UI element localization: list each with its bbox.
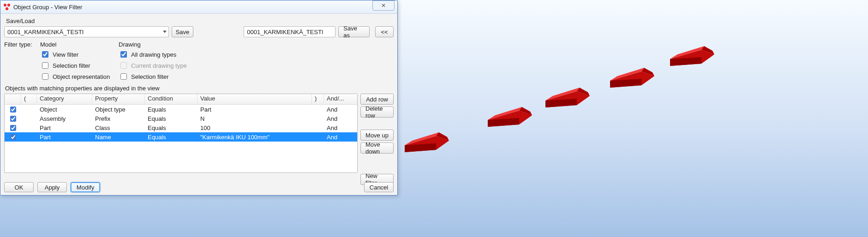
app-icon bbox=[3, 3, 11, 11]
move-down-button[interactable]: Move down bbox=[360, 142, 394, 154]
col-paren-open[interactable]: ( bbox=[21, 94, 37, 104]
titlebar[interactable]: Object Group - View Filter ✕ bbox=[0, 0, 397, 14]
cell-category[interactable]: Object bbox=[37, 106, 92, 113]
view-filter-checkbox[interactable]: View filter bbox=[40, 50, 119, 59]
row-enable-checkbox[interactable] bbox=[10, 134, 16, 140]
model-header: Model bbox=[40, 41, 119, 48]
cell-condition[interactable]: Equals bbox=[145, 115, 198, 122]
model-part-4 bbox=[609, 62, 655, 90]
cell-condition[interactable]: Equals bbox=[145, 124, 198, 131]
close-icon: ✕ bbox=[381, 2, 386, 9]
add-row-button[interactable]: Add row bbox=[360, 94, 394, 105]
ok-button[interactable]: OK bbox=[4, 182, 34, 192]
save-as-button[interactable]: Save as bbox=[338, 26, 370, 37]
chevron-down-icon bbox=[163, 31, 167, 33]
cell-andor[interactable]: And bbox=[324, 106, 353, 113]
col-condition[interactable]: Condition bbox=[145, 94, 198, 104]
cell-condition[interactable]: Equals bbox=[145, 106, 198, 113]
all-drawing-types-checkbox[interactable]: All drawing types bbox=[119, 50, 211, 59]
view-filter-dialog: Object Group - View Filter ✕ Save/Load 0… bbox=[0, 0, 398, 196]
cell-property[interactable]: Class bbox=[92, 124, 145, 131]
window-close-button[interactable]: ✕ bbox=[372, 0, 395, 11]
selection-filter-drawing-check[interactable] bbox=[120, 73, 127, 80]
filter-rules-table[interactable]: ( Category Property Condition Value ) An… bbox=[4, 94, 358, 173]
cell-value[interactable]: Part bbox=[198, 106, 312, 113]
col-category[interactable]: Category bbox=[37, 94, 92, 104]
cell-category[interactable]: Assembly bbox=[37, 115, 92, 122]
objects-label: Objects with matching properties are dis… bbox=[5, 85, 394, 92]
modify-button[interactable]: Modify bbox=[71, 182, 100, 192]
object-representation-checkbox[interactable]: Object representation bbox=[40, 72, 119, 81]
current-drawing-type-check bbox=[120, 62, 127, 69]
model-part-2 bbox=[487, 101, 533, 129]
current-drawing-type-checkbox: Current drawing type bbox=[119, 61, 211, 70]
filter-type-label: Filter type: bbox=[4, 41, 40, 48]
object-representation-check[interactable] bbox=[42, 73, 48, 80]
table-row[interactable]: AssemblyPrefixEqualsNAnd bbox=[5, 114, 357, 123]
collapse-button[interactable]: << bbox=[375, 26, 394, 37]
cell-condition[interactable]: Equals bbox=[145, 134, 198, 141]
apply-button[interactable]: Apply bbox=[37, 182, 67, 192]
move-up-button[interactable]: Move up bbox=[360, 130, 394, 141]
col-value[interactable]: Value bbox=[198, 94, 312, 104]
table-row[interactable]: PartNameEquals"Karmikenkä IKU 100mm"And bbox=[5, 132, 357, 142]
delete-row-button[interactable]: Delete row bbox=[360, 107, 394, 118]
cell-value[interactable]: 100 bbox=[198, 124, 312, 131]
model-part-3 bbox=[545, 82, 591, 110]
cell-value[interactable]: N bbox=[198, 115, 312, 122]
saveas-name-value: 0001_KARMIKENKÄ_TESTI bbox=[247, 29, 323, 36]
cell-property[interactable]: Object type bbox=[92, 106, 145, 113]
row-enable-checkbox[interactable] bbox=[10, 116, 16, 122]
drawing-header: Drawing bbox=[119, 41, 211, 48]
table-row[interactable]: ObjectObject typeEqualsPartAnd bbox=[5, 105, 357, 114]
table-header: ( Category Property Condition Value ) An… bbox=[5, 94, 357, 105]
row-enable-checkbox[interactable] bbox=[10, 107, 16, 113]
saveload-combo-value: 0001_KARMIKENKÄ_TESTI bbox=[7, 29, 84, 36]
cell-andor[interactable]: And bbox=[324, 115, 353, 122]
selection-filter-model-checkbox[interactable]: Selection filter bbox=[40, 61, 119, 70]
table-row[interactable]: PartClassEquals100And bbox=[5, 123, 357, 132]
cell-category[interactable]: Part bbox=[37, 134, 92, 141]
selection-filter-model-check[interactable] bbox=[42, 62, 48, 69]
col-andor[interactable]: And/... bbox=[324, 94, 353, 104]
model-part-1 bbox=[404, 127, 450, 154]
cell-property[interactable]: Prefix bbox=[92, 115, 145, 122]
cancel-button[interactable]: Cancel bbox=[364, 182, 394, 192]
cell-property[interactable]: Name bbox=[92, 134, 145, 141]
all-drawing-types-check[interactable] bbox=[120, 51, 127, 58]
cell-value[interactable]: "Karmikenkä IKU 100mm" bbox=[198, 134, 312, 141]
col-property[interactable]: Property bbox=[92, 94, 145, 104]
saveload-combo[interactable]: 0001_KARMIKENKÄ_TESTI bbox=[4, 26, 169, 37]
selection-filter-drawing-checkbox[interactable]: Selection filter bbox=[119, 72, 211, 81]
model-part-5 bbox=[669, 41, 715, 68]
cell-andor[interactable]: And bbox=[324, 124, 353, 131]
cell-andor[interactable]: And bbox=[324, 134, 353, 141]
row-enable-checkbox[interactable] bbox=[10, 125, 16, 131]
window-title: Object Group - View Filter bbox=[13, 4, 372, 11]
col-paren-close[interactable]: ) bbox=[312, 94, 324, 104]
saveload-label: Save/Load bbox=[6, 18, 394, 24]
cell-category[interactable]: Part bbox=[37, 124, 92, 131]
view-filter-check[interactable] bbox=[42, 51, 48, 58]
save-button[interactable]: Save bbox=[172, 26, 193, 37]
saveas-name-input[interactable]: 0001_KARMIKENKÄ_TESTI bbox=[244, 26, 335, 37]
